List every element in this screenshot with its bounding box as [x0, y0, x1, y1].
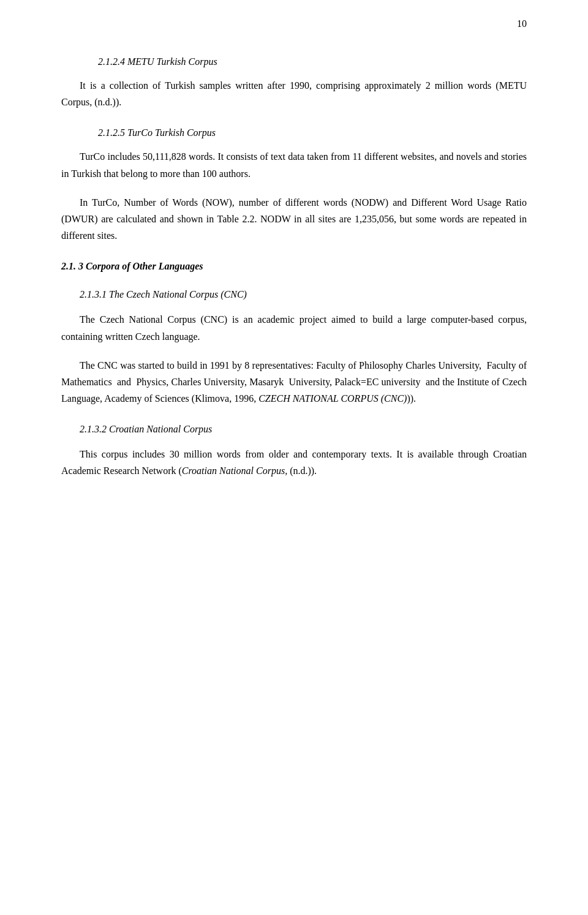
page-number: 10	[517, 18, 527, 29]
section-2-1-2-5-para-2: In TurCo, Number of Words (NOW), number …	[61, 194, 527, 244]
section-2-1-2-4-heading: 2.1.2.4 METU Turkish Corpus	[98, 56, 527, 67]
section-2-1-3-1-para-2: The CNC was started to build in 1991 by …	[61, 357, 527, 407]
section-2-1-2-5: 2.1.2.5 TurCo Turkish Corpus TurCo inclu…	[61, 127, 527, 244]
section-2-1-3: 2.1. 3 Corpora of Other Languages	[61, 261, 527, 272]
section-2-1-3-1: 2.1.3.1 The Czech National Corpus (CNC) …	[61, 289, 527, 407]
cnc-italic: CZECH NATIONAL CORPUS (CNC)	[258, 393, 407, 404]
section-2-1-2-4: 2.1.2.4 METU Turkish Corpus It is a coll…	[61, 56, 527, 110]
section-2-1-3-2: 2.1.3.2 Croatian National Corpus This co…	[61, 424, 527, 479]
page: 10 2.1.2.4 METU Turkish Corpus It is a c…	[0, 0, 588, 915]
section-2-1-2-5-para-1: TurCo includes 50,111,828 words. It cons…	[61, 148, 527, 181]
section-2-1-3-1-para-1: The Czech National Corpus (CNC) is an ac…	[61, 311, 527, 344]
section-2-1-2-4-para-1: It is a collection of Turkish samples wr…	[61, 77, 527, 110]
section-2-1-3-1-heading: 2.1.3.1 The Czech National Corpus (CNC)	[80, 289, 527, 300]
section-2-1-3-heading: 2.1. 3 Corpora of Other Languages	[61, 261, 527, 272]
section-2-1-3-2-para-1: This corpus includes 30 million words fr…	[61, 446, 527, 479]
section-2-1-3-2-heading: 2.1.3.2 Croatian National Corpus	[80, 424, 527, 435]
croatian-corpus-italic: Croatian National Corpus,	[182, 465, 287, 476]
section-2-1-2-5-heading: 2.1.2.5 TurCo Turkish Corpus	[98, 127, 527, 138]
